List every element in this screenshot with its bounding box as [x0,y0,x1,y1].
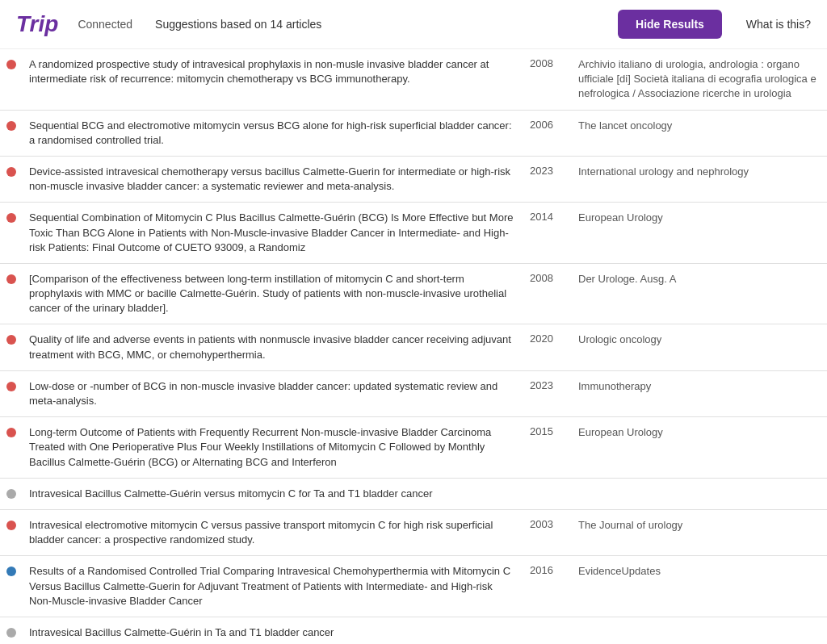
result-title[interactable]: Intravesical Bacillus Calmette-Guérin in… [23,617,523,644]
result-year: 2016 [523,556,572,617]
results-table: A randomized prospective study of intrav… [0,49,827,644]
result-journal: European Urology [572,417,827,479]
logo: Trip [16,11,58,37]
result-year: 2008 [523,263,572,324]
suggestions-label: Suggestions based on 14 articles [155,18,602,31]
result-title[interactable]: Low-dose or -number of BCG in non-muscle… [23,370,523,416]
result-dot [6,274,16,284]
result-dot [6,521,16,530]
dot-cell [0,617,23,644]
result-year: 2020 [523,324,572,370]
dot-cell [0,370,23,416]
dot-cell [0,110,23,156]
result-year: 2008 [523,49,572,110]
result-journal: EvidenceUpdates [572,556,827,617]
result-title[interactable]: Sequential Combination of Mitomycin C Pl… [23,203,523,264]
table-row: Long-term Outcome of Patients with Frequ… [0,417,827,479]
result-dot [6,335,16,345]
what-is-this-link[interactable]: What is this? [746,18,811,31]
dot-cell [0,263,23,324]
table-row: Intravesical Bacillus Calmette-Guérin in… [0,617,827,644]
result-dot [6,489,16,499]
result-dot [6,121,16,131]
result-dot [6,428,16,437]
table-row: Intravesical Bacillus Calmette-Guérin ve… [0,478,827,509]
table-row: Results of a Randomised Controlled Trial… [0,556,827,617]
result-year: 2023 [523,156,572,202]
result-title[interactable]: [Comparison of the effectiveness between… [23,263,523,324]
result-journal: Der Urologe. Ausg. A [572,263,827,324]
result-year: 2003 [523,509,572,555]
results-body: A randomized prospective study of intrav… [0,49,827,644]
table-row: Sequential Combination of Mitomycin C Pl… [0,203,827,264]
result-journal: Archivio italiano di urologia, andrologi… [572,49,827,110]
connected-label: Connected [78,18,132,31]
header: Trip Connected Suggestions based on 14 a… [0,0,827,49]
result-title[interactable]: Device-assisted intravesical chemotherap… [23,156,523,202]
result-journal: The lancet oncology [572,110,827,156]
result-journal: International urology and nephrology [572,156,827,202]
result-dot [6,213,16,223]
result-journal [572,617,827,644]
result-year: 2015 [523,417,572,479]
table-row: [Comparison of the effectiveness between… [0,263,827,324]
hide-results-button[interactable]: Hide Results [618,10,722,39]
dot-cell [0,556,23,617]
result-dot [6,628,16,638]
result-title[interactable]: Results of a Randomised Controlled Trial… [23,556,523,617]
result-dot [6,567,16,576]
dot-cell [0,478,23,509]
table-row: Low-dose or -number of BCG in non-muscle… [0,370,827,416]
table-row: A randomized prospective study of intrav… [0,49,827,110]
dot-cell [0,156,23,202]
result-title[interactable]: A randomized prospective study of intrav… [23,49,523,110]
table-row: Sequential BCG and electromotive mitomyc… [0,110,827,156]
result-title[interactable]: Quality of life and adverse events in pa… [23,324,523,370]
result-journal: European Urology [572,203,827,264]
result-dot [6,167,16,177]
result-dot [6,60,16,69]
dot-cell [0,417,23,479]
table-row: Quality of life and adverse events in pa… [0,324,827,370]
result-journal: Immunotherapy [572,370,827,416]
result-journal: Urologic oncology [572,324,827,370]
table-row: Intravesical electromotive mitomycin C v… [0,509,827,555]
result-year: 2014 [523,203,572,264]
result-year: 2023 [523,370,572,416]
result-title[interactable]: Sequential BCG and electromotive mitomyc… [23,110,523,156]
result-year [523,617,572,644]
result-journal: The Journal of urology [572,509,827,555]
result-title[interactable]: Long-term Outcome of Patients with Frequ… [23,417,523,479]
result-title[interactable]: Intravesical electromotive mitomycin C v… [23,509,523,555]
dot-cell [0,49,23,110]
result-dot [6,382,16,391]
dot-cell [0,324,23,370]
dot-cell [0,509,23,555]
table-row: Device-assisted intravesical chemotherap… [0,156,827,202]
result-title[interactable]: Intravesical Bacillus Calmette-Guérin ve… [23,478,523,509]
dot-cell [0,203,23,264]
result-journal [572,478,827,509]
result-year [523,478,572,509]
result-year: 2006 [523,110,572,156]
